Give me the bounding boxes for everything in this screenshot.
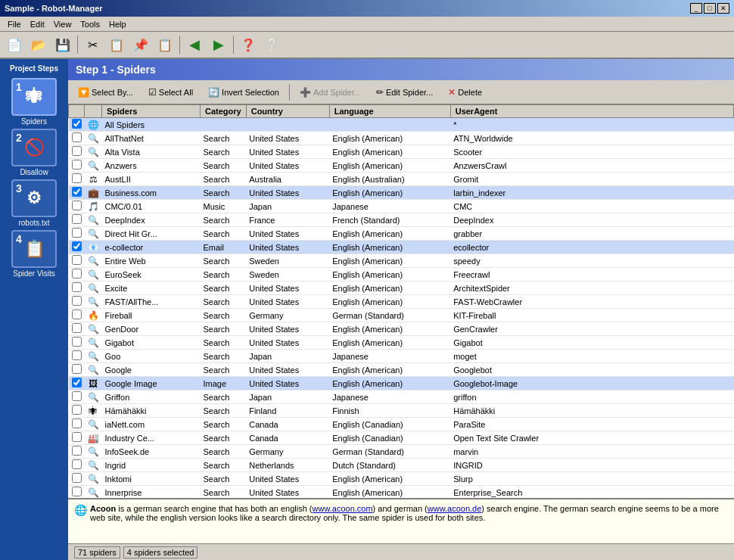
open-button[interactable]: 📂 (27, 34, 50, 55)
row-checkbox[interactable] (72, 378, 82, 387)
row-checkbox[interactable] (72, 337, 82, 347)
step-disallow[interactable]: 2 🚫 Disallow (4, 129, 64, 176)
col-category[interactable]: Category (201, 105, 247, 118)
row-checkbox-cell[interactable] (69, 350, 85, 363)
table-row: 🏭 Industry Ce... Search Canada English (… (69, 431, 734, 445)
row-checkbox-cell[interactable] (69, 472, 85, 486)
back-button[interactable]: ◀ (183, 34, 206, 55)
invert-selection-button[interactable]: 🔄 Invert Selection (201, 82, 286, 102)
col-language[interactable]: Language (329, 105, 450, 118)
paste-button[interactable]: 📌 (129, 34, 152, 55)
row-checkbox[interactable] (72, 487, 82, 496)
row-checkbox[interactable] (72, 282, 82, 292)
row-checkbox-cell[interactable] (69, 213, 85, 227)
row-checkbox-cell[interactable] (69, 173, 85, 186)
row-checkbox-cell[interactable] (69, 227, 85, 241)
row-checkbox-cell[interactable] (69, 118, 85, 132)
row-checkbox-cell[interactable] (69, 145, 85, 159)
row-name: Alta Vista (102, 145, 201, 159)
row-checkbox[interactable] (72, 269, 82, 278)
spiders-table-container[interactable]: Spiders Category Country Language UserAg… (68, 104, 734, 498)
row-checkbox[interactable] (72, 459, 82, 469)
row-checkbox[interactable] (72, 228, 82, 238)
close-button[interactable]: ✕ (717, 3, 729, 14)
minimize-button[interactable]: _ (690, 3, 702, 14)
save-button[interactable]: 💾 (51, 34, 74, 55)
row-checkbox-cell[interactable] (69, 241, 85, 254)
new-button[interactable]: 📄 (3, 34, 26, 55)
maximize-button[interactable]: □ (704, 3, 716, 14)
select-by-button[interactable]: 🔽 Select By... (71, 82, 140, 102)
row-checkbox-cell[interactable] (69, 459, 85, 472)
row-checkbox[interactable] (72, 310, 82, 319)
row-checkbox-cell[interactable] (69, 254, 85, 268)
row-checkbox-cell[interactable] (69, 390, 85, 404)
row-checkbox-cell[interactable] (69, 322, 85, 336)
row-checkbox[interactable] (72, 241, 82, 251)
step-spiders[interactable]: 1 🕷 Spiders (4, 78, 64, 126)
menu-file[interactable]: File (3, 19, 26, 30)
row-checkbox-cell[interactable] (69, 295, 85, 309)
row-checkbox-cell[interactable] (69, 132, 85, 145)
paste2-button[interactable]: 📋 (154, 34, 176, 55)
row-icon-cell: 🖼 (85, 377, 102, 390)
row-checkbox-cell[interactable] (69, 309, 85, 322)
row-checkbox[interactable] (72, 255, 82, 265)
row-checkbox[interactable] (72, 446, 82, 456)
row-checkbox[interactable] (72, 391, 82, 401)
row-checkbox[interactable] (72, 323, 82, 333)
acoon-de-link[interactable]: www.acoon.de (428, 504, 482, 513)
help-button[interactable]: ❓ (237, 34, 260, 55)
menu-edit[interactable]: Edit (26, 19, 49, 30)
row-checkbox-cell[interactable] (69, 268, 85, 282)
about-button[interactable]: ❔ (261, 34, 284, 55)
row-name: Gigabot (102, 336, 201, 350)
row-checkbox-cell[interactable] (69, 363, 85, 377)
menu-view[interactable]: View (49, 19, 76, 30)
row-checkbox[interactable] (72, 405, 82, 415)
row-checkbox-cell[interactable] (69, 200, 85, 213)
row-checkbox-cell[interactable] (69, 377, 85, 390)
row-checkbox[interactable] (72, 350, 82, 360)
col-country[interactable]: Country (246, 105, 329, 118)
menu-help[interactable]: Help (104, 19, 131, 30)
step-visits[interactable]: 4 📋 Spider Visits (4, 230, 64, 278)
row-checkbox[interactable] (72, 214, 82, 224)
cut-button[interactable]: ✂ (81, 34, 104, 55)
col-spiders[interactable]: Spiders (102, 105, 201, 118)
row-checkbox[interactable] (72, 432, 82, 442)
row-checkbox[interactable] (72, 201, 82, 210)
copy-button[interactable]: 📋 (105, 34, 128, 55)
row-checkbox-cell[interactable] (69, 336, 85, 350)
row-country: United States (246, 377, 329, 390)
row-checkbox[interactable] (72, 296, 82, 306)
row-checkbox[interactable] (72, 364, 82, 374)
col-useragent[interactable]: UserAgent (450, 105, 733, 118)
select-all-button[interactable]: ☑ Select All (142, 82, 200, 102)
row-checkbox-cell[interactable] (69, 486, 85, 499)
row-checkbox-cell[interactable] (69, 159, 85, 173)
row-checkbox[interactable] (72, 160, 82, 170)
row-checkbox-cell[interactable] (69, 282, 85, 295)
row-checkbox-cell[interactable] (69, 404, 85, 418)
row-checkbox-cell[interactable] (69, 431, 85, 445)
menu-tools[interactable]: Tools (76, 19, 104, 30)
row-checkbox[interactable] (72, 187, 82, 197)
row-checkbox-cell[interactable] (69, 445, 85, 459)
row-checkbox[interactable] (72, 146, 82, 156)
forward-button[interactable]: ▶ (207, 34, 230, 55)
row-checkbox[interactable] (72, 119, 82, 129)
row-checkbox[interactable] (72, 418, 82, 428)
row-checkbox[interactable] (72, 132, 82, 142)
add-spider-button[interactable]: ➕ Add Spider... (293, 82, 368, 102)
step-robots[interactable]: 3 ⚙ robots.txt (4, 179, 64, 227)
window-controls[interactable]: _ □ ✕ (690, 3, 729, 14)
acoon-com-link[interactable]: www.acoon.com (313, 504, 373, 513)
edit-spider-button[interactable]: ✏ Edit Spider... (369, 82, 440, 102)
row-checkbox-cell[interactable] (69, 418, 85, 431)
row-checkbox[interactable] (72, 173, 82, 183)
row-checkbox[interactable] (72, 473, 82, 483)
delete-button[interactable]: ✕ Delete (441, 82, 489, 102)
row-country: Australia (246, 173, 329, 186)
row-checkbox-cell[interactable] (69, 186, 85, 200)
